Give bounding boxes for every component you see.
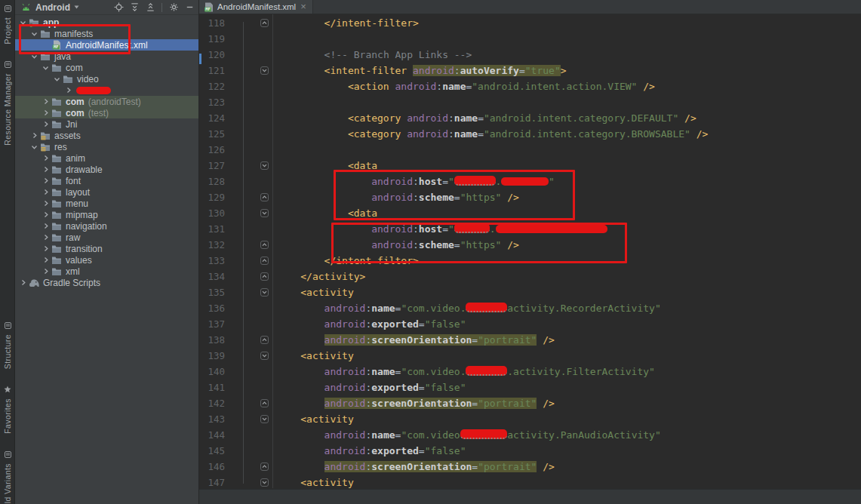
fold-marker[interactable]	[225, 158, 272, 174]
code-text[interactable]: <activity	[272, 411, 861, 427]
tree-item-java[interactable]: java	[15, 51, 198, 62]
code-text[interactable]: android:host=".	[272, 221, 861, 237]
chevron-right-icon[interactable]	[41, 176, 51, 186]
chevron-down-icon[interactable]	[18, 17, 28, 27]
chevron-right-icon[interactable]	[41, 187, 51, 197]
code-text[interactable]: android:name="com.video..activity.Filter…	[272, 364, 861, 380]
tab-androidmanifest[interactable]: MF AndroidManifest.xml ×	[199, 0, 313, 14]
tree-item-values[interactable]: values	[15, 254, 198, 266]
chevron-right-icon[interactable]	[29, 131, 39, 140]
chevron-down-icon[interactable]	[41, 63, 51, 72]
fold-marker[interactable]	[225, 395, 272, 411]
fold-marker[interactable]	[225, 459, 272, 475]
code-text[interactable]: android:exported="false"	[272, 380, 861, 395]
tree-item-app[interactable]: app	[15, 17, 198, 28]
code-text[interactable]: <data	[272, 205, 861, 221]
chevron-down-icon[interactable]	[29, 29, 39, 38]
code-text[interactable]: android:name="com.video.activity.Recorde…	[272, 300, 861, 316]
tool-window-button-project[interactable]: Project	[3, 2, 12, 44]
code-text[interactable]: <activity	[272, 348, 861, 364]
tree-item-com[interactable]: com	[15, 62, 198, 73]
tree-item-transition[interactable]: transition	[15, 243, 198, 254]
tree-item-xml[interactable]: xml	[15, 266, 198, 277]
code-text[interactable]: </activity>	[272, 269, 861, 284]
chevron-right-icon[interactable]	[41, 153, 51, 163]
tree-item-font[interactable]: font	[15, 175, 198, 186]
tree-item-raw[interactable]: raw	[15, 232, 198, 243]
code-text[interactable]: android:screenOrientation="portrait" />	[272, 459, 861, 475]
fold-marker[interactable]	[225, 284, 272, 300]
code-text[interactable]	[272, 31, 861, 47]
project-view-selector[interactable]: Android	[35, 2, 70, 13]
chevron-right-icon[interactable]	[41, 221, 51, 231]
fold-marker[interactable]	[225, 189, 272, 205]
chevron-right-icon[interactable]	[41, 266, 51, 276]
fold-marker[interactable]	[225, 63, 272, 78]
tree-item-video[interactable]: video	[15, 73, 198, 85]
tree-item-res[interactable]: res	[15, 141, 198, 152]
tree-item-anim[interactable]: anim	[15, 152, 198, 164]
tree-item-com-androidtest[interactable]: com(androidTest)	[15, 96, 198, 107]
fold-marker[interactable]	[225, 237, 272, 253]
chevron-right-icon[interactable]	[41, 210, 51, 220]
code-text[interactable]	[272, 94, 861, 110]
expand-all-icon[interactable]	[128, 2, 140, 14]
chevron-down-icon[interactable]	[29, 142, 39, 152]
code-text[interactable]: <action android:name="android.intent.act…	[272, 78, 861, 94]
code-text[interactable]: <activity	[272, 475, 861, 488]
fold-marker[interactable]	[225, 269, 272, 284]
fold-marker[interactable]	[225, 475, 272, 488]
code-text[interactable]: android:screenOrientation="portrait" />	[272, 332, 861, 348]
fold-marker[interactable]	[225, 205, 272, 221]
code-text[interactable]: <category android:name="android.intent.c…	[272, 126, 861, 142]
tree-item-gradle-scripts[interactable]: Gradle Scripts	[15, 277, 198, 288]
chevron-right-icon[interactable]	[41, 255, 51, 265]
collapse-all-icon[interactable]	[144, 2, 156, 14]
code-text[interactable]: android:scheme="https" />	[272, 189, 861, 205]
code-text[interactable]: <intent-filter android:autoVerify="true"…	[272, 63, 861, 78]
locate-file-icon[interactable]	[112, 2, 125, 14]
tool-window-button-build-variants[interactable]: Build Variants	[3, 447, 12, 504]
tool-window-button-favorites[interactable]: Favorites	[3, 383, 12, 434]
code-text[interactable]: <data	[272, 158, 861, 174]
tree-item-manifests[interactable]: manifests	[15, 28, 198, 39]
code-text[interactable]: android:screenOrientation="portrait" />	[272, 395, 861, 411]
hide-panel-icon[interactable]	[183, 2, 195, 14]
chevron-right-icon[interactable]	[41, 108, 51, 118]
code-text[interactable]	[272, 142, 861, 158]
fold-marker[interactable]	[225, 253, 272, 269]
tree-item-navigation[interactable]: navigation	[15, 220, 198, 232]
tree-item-menu[interactable]: menu	[15, 198, 198, 209]
chevron-down-icon[interactable]	[74, 5, 79, 9]
code-text[interactable]: android:scheme="https" />	[272, 237, 861, 253]
settings-gear-icon[interactable]	[168, 2, 180, 14]
chevron-right-icon[interactable]	[41, 97, 51, 106]
code-text[interactable]: </intent-filter>	[272, 15, 861, 31]
code-text[interactable]: android:name="com.videoactivity.PanAudio…	[272, 427, 861, 443]
tree-item-redacted[interactable]	[15, 85, 198, 96]
tree-item-drawable[interactable]: drawable	[15, 164, 198, 175]
code-editor[interactable]: 118</intent-filter>119120<!-- Branch App…	[199, 14, 861, 488]
code-text[interactable]: android:exported="false"	[272, 443, 861, 459]
chevron-down-icon[interactable]	[29, 51, 39, 61]
code-text[interactable]: <!-- Branch App Links -->	[272, 47, 861, 63]
chevron-right-icon[interactable]	[18, 278, 28, 287]
tool-window-button-resource-manager[interactable]: Resource Manager	[3, 57, 12, 146]
tree-item-jni[interactable]: Jni	[15, 118, 198, 130]
fold-marker[interactable]	[225, 15, 272, 31]
fold-marker[interactable]	[225, 348, 272, 364]
code-text[interactable]: android:host="."	[272, 174, 861, 189]
tool-window-button-structure[interactable]: Structure	[3, 318, 12, 369]
tree-item-assets[interactable]: assets	[15, 130, 198, 141]
tree-item-layout[interactable]: layout	[15, 186, 198, 198]
code-text[interactable]: <category android:name="android.intent.c…	[272, 110, 861, 126]
code-text[interactable]: <activity	[272, 284, 861, 300]
tree-item-androidmanifest-xml[interactable]: MFAndroidManifest.xml	[15, 39, 198, 51]
chevron-right-icon[interactable]	[41, 244, 51, 254]
code-text[interactable]: android:exported="false"	[272, 316, 861, 332]
chevron-right-icon[interactable]	[41, 198, 51, 208]
chevron-right-icon[interactable]	[41, 164, 51, 174]
chevron-right-icon[interactable]	[41, 119, 51, 129]
chevron-right-icon[interactable]	[41, 232, 51, 242]
tree-item-mipmap[interactable]: mipmap	[15, 209, 198, 220]
